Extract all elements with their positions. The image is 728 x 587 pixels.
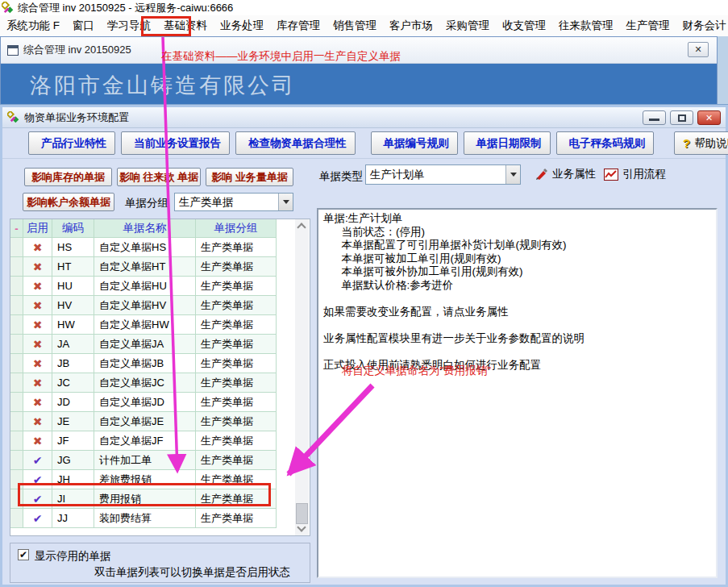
table-row[interactable]: ✖ HU 自定义单据HU 生产类单据 (10, 277, 277, 296)
footer-panel: 显示停用的单据 双击单据列表可以切换单据是否启用状态 (10, 543, 310, 583)
table-row[interactable]: ✔ JI 费用报销 生产类单据 (10, 489, 277, 509)
menu-item[interactable]: 采购管理 (439, 17, 496, 35)
menu-item[interactable]: 业务处理 (214, 17, 270, 35)
row-code: JI (52, 489, 94, 509)
row-status-icon: ✔ (23, 451, 52, 470)
filter-receivable-docs-button[interactable]: 影响 往来款 单据 (117, 168, 201, 186)
toolbar-button[interactable]: 检查物资单据合理性 (235, 131, 356, 155)
filter-account-balance-docs-button[interactable]: 影响帐户余额单据 (23, 193, 114, 211)
doc-group-dropdown-button[interactable] (278, 194, 293, 210)
row-indicator (10, 335, 23, 354)
table-row[interactable]: ✖ HT 自定义单据HT 生产类单据 (10, 257, 277, 277)
flow-chart-icon (604, 169, 618, 181)
doc-type-dropdown-button[interactable] (505, 165, 520, 184)
row-group: 生产类单据 (196, 470, 277, 489)
row-indicator (10, 431, 23, 451)
row-name: 自定义单据JB (94, 354, 196, 373)
menu-item[interactable]: 收支管理 (496, 17, 552, 35)
mdi-child-titlebar: 综合管理 inv 20150925 ✕ (1, 37, 717, 64)
reference-flow-button[interactable]: 引用流程 (604, 167, 666, 181)
row-indicator (10, 238, 23, 257)
row-status-icon: ✖ (23, 296, 52, 315)
row-indicator (10, 315, 23, 335)
toolbar-button[interactable]: 产品行业特性 (28, 131, 115, 155)
row-indicator (10, 489, 23, 509)
table-row[interactable]: ✖ JE 自定义单据JE 生产类单据 (10, 412, 277, 431)
row-status-icon: ✖ (23, 373, 52, 393)
menu-item[interactable]: 往来款管理 (552, 17, 620, 35)
menu-item[interactable]: 客户市场 (383, 17, 439, 35)
scroll-down-icon[interactable] (297, 522, 306, 531)
row-code: JE (52, 412, 94, 431)
scrollbar-thumb[interactable] (296, 503, 308, 524)
scroll-up-icon[interactable] (297, 223, 306, 231)
table-row[interactable]: ✖ JD 自定义单据JD 生产类单据 (10, 393, 277, 412)
table-row[interactable]: ✖ HV 自定义单据HV 生产类单据 (10, 296, 277, 315)
doc-type-dropdown[interactable]: 生产计划单 (365, 164, 521, 185)
mdi-child-window: 综合管理 inv 20150925 ✕ 洛阳市金山铸造有限公司 (0, 36, 718, 107)
row-code: JA (52, 335, 94, 354)
table-row[interactable]: ✖ HS 自定义单据HS 生产类单据 (10, 238, 277, 257)
row-name: 自定义单据JE (94, 412, 196, 431)
row-group: 生产类单据 (196, 315, 277, 335)
menu-item[interactable]: 库存管理 (270, 17, 327, 35)
table-scrollbar[interactable] (295, 219, 309, 535)
menu-item[interactable]: 学习导航 (101, 17, 157, 35)
toolbar-button[interactable]: 单据编号规则 (371, 131, 458, 155)
toolbar-button-label: 产品行业特性 (41, 136, 106, 151)
maximize-button[interactable] (670, 110, 693, 125)
toolbar-button-label: 帮助说明 (694, 136, 728, 151)
filter-stock-docs-button[interactable]: 影响库存的单据 (24, 168, 112, 186)
dialog-window-controls: ✕ (643, 110, 721, 125)
mdi-close-button[interactable]: ✕ (688, 42, 709, 57)
reference-flow-label: 引用流程 (622, 167, 666, 181)
table-row[interactable]: ✖ JC 自定义单据JC 生产类单据 (10, 373, 277, 393)
table-row[interactable]: ✖ JF 自定义单据JF 生产类单据 (10, 431, 277, 451)
row-status-icon: ✖ (23, 354, 52, 373)
filter-volume-docs-button[interactable]: 影响 业务量单据 (206, 168, 293, 186)
header-code: 编码 (52, 219, 94, 238)
config-dialog: 物资单据业务环境配置 ✕ 产品行业特性 当前业务设置报告 检查物资单据合理性 (0, 105, 728, 587)
chevron-down-icon (510, 173, 517, 177)
doc-group-dropdown[interactable]: 生产类单据 (174, 193, 293, 211)
chevron-down-icon (283, 200, 289, 204)
row-status-icon: ✖ (23, 277, 52, 296)
show-disabled-label: 显示停用的单据 (35, 549, 111, 564)
app-logo-icon (2, 2, 14, 14)
table-row[interactable]: ✔ JG 计件加工单 生产类单据 (10, 451, 277, 470)
table-row[interactable]: ✖ JB 自定义单据JB 生产类单据 (10, 354, 277, 373)
toolbar-button[interactable]: 当前业务设置报告 (121, 131, 230, 155)
row-group: 生产类单据 (196, 509, 277, 528)
table-row[interactable]: ✖ HW 自定义单据HW 生产类单据 (10, 315, 277, 335)
app-titlebar: 综合管理 inv 20150925 - 远程服务-caiwu:6666 (0, 0, 728, 15)
menu-item[interactable]: 生产管理 (620, 17, 676, 35)
table-row[interactable]: ✖ JA 自定义单据JA 生产类单据 (10, 335, 277, 354)
header-enabled: 启用 (23, 219, 52, 238)
table-row[interactable]: ✔ JJ 装卸费结算 生产类单据 (10, 509, 277, 528)
row-name: 自定义单据HV (94, 296, 196, 315)
menu-item[interactable]: 基础资料 (157, 17, 214, 35)
toolbar-button-label: 单据日期限制 (476, 136, 542, 151)
row-name: 自定义单据HT (94, 257, 196, 277)
header-name: 单据名称 (94, 219, 196, 238)
menu-item[interactable]: 窗口 (66, 17, 101, 35)
doc-type-label: 单据类型 (319, 169, 363, 184)
toolbar-button-label: 检查物资单据合理性 (248, 136, 347, 151)
minimize-button[interactable] (643, 110, 666, 125)
row-name: 自定义单据JF (94, 431, 196, 451)
menu-item[interactable]: 销售管理 (327, 17, 383, 35)
toolbar-button[interactable]: ? 帮助说明 (674, 131, 728, 155)
toolbar-button[interactable]: 单据日期限制 (464, 131, 551, 155)
toolbar-button[interactable]: 电子秤条码规则 (556, 131, 655, 155)
table-row[interactable]: ✔ JH 差旅费报销 生产类单据 (10, 470, 277, 489)
close-button[interactable]: ✕ (697, 110, 721, 125)
show-disabled-checkbox[interactable] (18, 549, 29, 560)
row-name: 自定义单据JC (94, 373, 196, 393)
screen: 综合管理 inv 20150925 - 远程服务-caiwu:6666 系统功能… (0, 0, 728, 587)
business-attributes-button[interactable]: 业务属性 (535, 167, 596, 181)
row-code: HU (52, 277, 94, 296)
menu-item[interactable]: 财务会计 (676, 17, 728, 35)
menu-item[interactable]: 系统功能 F (0, 17, 66, 35)
window-icon (7, 45, 19, 56)
row-status-icon: ✖ (23, 393, 52, 412)
